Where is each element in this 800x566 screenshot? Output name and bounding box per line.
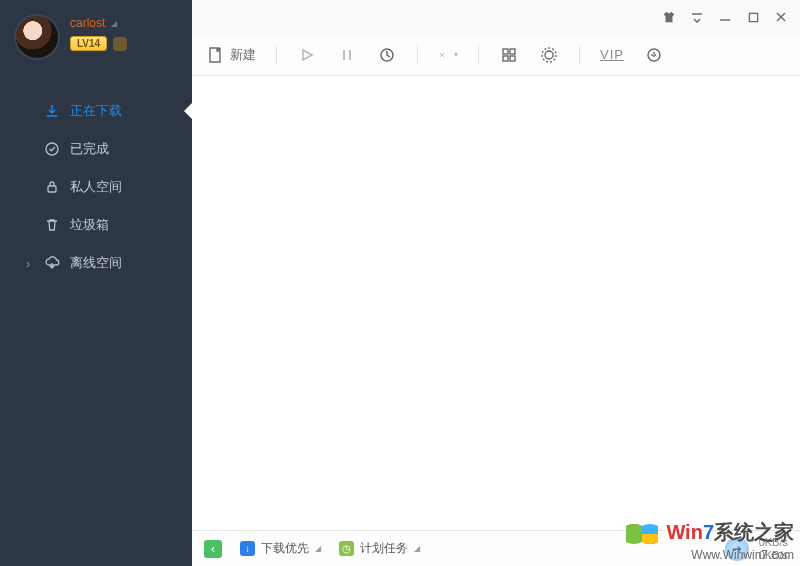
sidebar-item-offline[interactable]: 离线空间 — [0, 244, 192, 282]
down-speed: 0KB/s — [759, 536, 788, 548]
level-badge[interactable]: LV14 — [70, 36, 107, 51]
share-button[interactable] — [644, 45, 664, 65]
sidebar-item-label: 私人空间 — [70, 178, 122, 196]
qrcode-button[interactable] — [499, 45, 519, 65]
separator — [478, 45, 479, 65]
profile-area[interactable]: carlost ◢ LV14 — [0, 0, 192, 68]
menu-dropdown-icon[interactable] — [690, 10, 704, 24]
sidebar-item-label: 垃圾箱 — [70, 216, 109, 234]
sidebar-item-trash[interactable]: 垃圾箱 — [0, 206, 192, 244]
sidebar-item-label: 已完成 — [70, 140, 109, 158]
priority-label: 下载优先 — [261, 540, 309, 557]
chevron-down-icon: ◢ — [315, 544, 321, 553]
new-task-label: 新建 — [230, 46, 256, 64]
minimize-icon[interactable] — [718, 10, 732, 24]
download-badge-icon: ↓ — [240, 541, 255, 556]
lock-icon — [44, 179, 60, 195]
level-row: LV14 — [70, 36, 127, 51]
separator — [417, 45, 418, 65]
sidebar-item-downloading[interactable]: 正在下载 — [0, 92, 192, 130]
download-priority-button[interactable]: ↓ 下载优先 ◢ — [240, 540, 321, 557]
sidebar-item-label: 正在下载 — [70, 102, 122, 120]
svg-rect-4 — [503, 49, 508, 54]
schedule-label: 计划任务 — [360, 540, 408, 557]
cloud-download-icon — [44, 255, 60, 271]
skin-icon[interactable] — [662, 10, 676, 24]
delete-button[interactable]: ▾ — [438, 45, 458, 65]
svg-point-0 — [46, 143, 58, 155]
sidebar: carlost ◢ LV14 正在下载 已完成 私人空间 — [0, 0, 192, 566]
chevron-down-icon: ◢ — [414, 544, 420, 553]
username[interactable]: carlost ◢ — [70, 16, 127, 30]
svg-rect-7 — [510, 56, 515, 61]
trash-icon — [44, 217, 60, 233]
svg-rect-2 — [749, 13, 757, 21]
profile-info: carlost ◢ LV14 — [70, 14, 127, 51]
schedule-badge-icon: ◷ — [339, 541, 354, 556]
sidebar-item-completed[interactable]: 已完成 — [0, 130, 192, 168]
speed-indicator[interactable]: ➜ 0KB/s 0KB/s — [725, 536, 788, 560]
statusbar: ‹ ↓ 下载优先 ◢ ◷ 计划任务 ◢ ➜ 0KB/s 0KB/s — [192, 530, 800, 566]
start-button[interactable] — [297, 45, 317, 65]
speed-dial-icon: ➜ — [725, 537, 749, 561]
settings-button[interactable] — [539, 45, 559, 65]
edit-profile-icon[interactable]: ◢ — [111, 19, 117, 28]
nav: 正在下载 已完成 私人空间 垃圾箱 离线空间 — [0, 92, 192, 282]
svg-rect-1 — [48, 186, 56, 192]
check-circle-icon — [44, 141, 60, 157]
chevron-down-icon: ▾ — [454, 50, 458, 59]
svg-point-8 — [545, 51, 553, 59]
scheduled-task-button[interactable]: ◷ 计划任务 ◢ — [339, 540, 420, 557]
vip-label: VIP — [600, 47, 624, 62]
vip-button[interactable]: VIP — [600, 47, 624, 62]
pause-button[interactable] — [337, 45, 357, 65]
window-controls — [192, 0, 800, 34]
separator — [276, 45, 277, 65]
close-icon[interactable] — [774, 10, 788, 24]
svg-rect-5 — [510, 49, 515, 54]
coin-icon[interactable] — [113, 37, 127, 51]
up-speed: 0KB/s — [759, 549, 788, 561]
separator — [579, 45, 580, 65]
avatar[interactable] — [14, 14, 60, 60]
svg-point-9 — [542, 48, 556, 62]
svg-rect-6 — [503, 56, 508, 61]
username-text: carlost — [70, 16, 105, 30]
download-icon — [44, 103, 60, 119]
new-task-button[interactable]: 新建 — [206, 46, 256, 64]
sidebar-item-label: 离线空间 — [70, 254, 122, 272]
maximize-icon[interactable] — [746, 10, 760, 24]
toolbar: 新建 ▾ VIP — [192, 34, 800, 76]
download-list-area — [192, 76, 800, 530]
collapse-arrow-icon[interactable]: ‹ — [204, 540, 222, 558]
restart-button[interactable] — [377, 45, 397, 65]
sidebar-item-private[interactable]: 私人空间 — [0, 168, 192, 206]
